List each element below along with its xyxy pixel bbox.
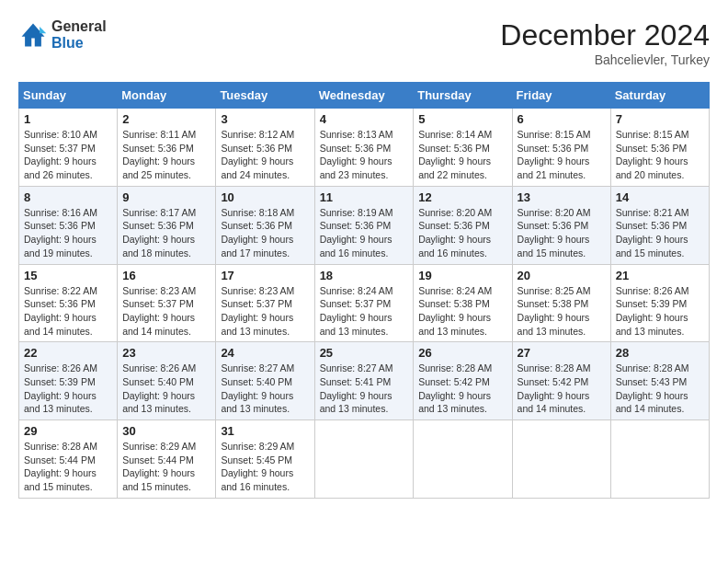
day-info: Sunrise: 8:28 AMSunset: 5:42 PMDaylight:…: [518, 362, 606, 416]
day-info: Sunrise: 8:23 AMSunset: 5:37 PMDaylight:…: [122, 284, 210, 339]
day-cell: 16Sunrise: 8:23 AMSunset: 5:37 PMDayligh…: [118, 264, 216, 342]
day-number: 4: [320, 112, 409, 126]
day-info: Sunrise: 8:19 AMSunset: 5:36 PMDaylight:…: [320, 206, 409, 260]
day-cell: 5Sunrise: 8:14 AMSunset: 5:36 PMDaylight…: [414, 109, 512, 187]
day-cell: [512, 420, 610, 499]
day-info: Sunrise: 8:11 AMSunset: 5:36 PMDaylight:…: [122, 128, 210, 182]
calendar-table: SundayMondayTuesdayWednesdayThursdayFrid…: [18, 82, 710, 499]
week-row-2: 8Sunrise: 8:16 AMSunset: 5:36 PMDaylight…: [19, 186, 710, 264]
day-number: 30: [122, 424, 210, 438]
location: Bahcelievler, Turkey: [500, 52, 710, 67]
day-info: Sunrise: 8:24 AMSunset: 5:38 PMDaylight:…: [418, 284, 506, 339]
day-number: 29: [24, 424, 112, 438]
day-info: Sunrise: 8:26 AMSunset: 5:39 PMDaylight:…: [24, 362, 112, 416]
day-cell: [414, 420, 512, 499]
page-header: General Blue December 2024 Bahcelievler,…: [18, 18, 710, 67]
logo-general: General: [51, 18, 107, 34]
weekday-header-row: SundayMondayTuesdayWednesdayThursdayFrid…: [19, 83, 710, 109]
day-number: 22: [24, 346, 112, 360]
day-info: Sunrise: 8:24 AMSunset: 5:37 PMDaylight:…: [320, 284, 409, 339]
day-info: Sunrise: 8:28 AMSunset: 5:42 PMDaylight:…: [418, 362, 506, 416]
day-number: 8: [24, 190, 112, 204]
day-cell: 19Sunrise: 8:24 AMSunset: 5:38 PMDayligh…: [414, 264, 512, 342]
day-number: 16: [122, 269, 210, 282]
day-cell: 7Sunrise: 8:15 AMSunset: 5:36 PMDaylight…: [610, 109, 709, 187]
day-cell: 18Sunrise: 8:24 AMSunset: 5:37 PMDayligh…: [314, 264, 414, 342]
day-number: 9: [122, 190, 210, 204]
day-cell: 10Sunrise: 8:18 AMSunset: 5:36 PMDayligh…: [216, 186, 314, 264]
day-info: Sunrise: 8:20 AMSunset: 5:36 PMDaylight:…: [418, 206, 506, 260]
day-cell: 22Sunrise: 8:26 AMSunset: 5:39 PMDayligh…: [19, 342, 118, 420]
day-number: 1: [24, 112, 112, 126]
month-year: December 2024: [500, 18, 710, 52]
day-cell: 31Sunrise: 8:29 AMSunset: 5:45 PMDayligh…: [216, 420, 314, 499]
day-info: Sunrise: 8:28 AMSunset: 5:43 PMDaylight:…: [616, 362, 704, 416]
day-number: 5: [418, 112, 506, 126]
title-block: December 2024 Bahcelievler, Turkey: [500, 18, 710, 67]
weekday-header-thursday: Thursday: [414, 83, 512, 109]
week-row-3: 15Sunrise: 8:22 AMSunset: 5:36 PMDayligh…: [19, 264, 710, 342]
day-cell: 27Sunrise: 8:28 AMSunset: 5:42 PMDayligh…: [512, 342, 610, 420]
day-cell: 4Sunrise: 8:13 AMSunset: 5:36 PMDaylight…: [314, 109, 414, 187]
weekday-header-wednesday: Wednesday: [314, 83, 414, 109]
day-number: 20: [518, 269, 606, 282]
day-cell: 20Sunrise: 8:25 AMSunset: 5:38 PMDayligh…: [512, 264, 610, 342]
week-row-5: 29Sunrise: 8:28 AMSunset: 5:44 PMDayligh…: [19, 420, 710, 499]
day-number: 25: [320, 346, 409, 360]
day-cell: 26Sunrise: 8:28 AMSunset: 5:42 PMDayligh…: [414, 342, 512, 420]
day-cell: 25Sunrise: 8:27 AMSunset: 5:41 PMDayligh…: [314, 342, 414, 420]
logo: General Blue: [18, 18, 107, 51]
day-info: Sunrise: 8:20 AMSunset: 5:36 PMDaylight:…: [518, 206, 606, 260]
day-number: 13: [518, 190, 606, 204]
day-cell: 13Sunrise: 8:20 AMSunset: 5:36 PMDayligh…: [512, 186, 610, 264]
day-number: 11: [320, 190, 409, 204]
day-number: 27: [518, 346, 606, 360]
day-cell: 23Sunrise: 8:26 AMSunset: 5:40 PMDayligh…: [118, 342, 216, 420]
day-cell: [314, 420, 414, 499]
day-cell: 28Sunrise: 8:28 AMSunset: 5:43 PMDayligh…: [610, 342, 709, 420]
day-info: Sunrise: 8:26 AMSunset: 5:40 PMDaylight:…: [122, 362, 210, 416]
day-info: Sunrise: 8:10 AMSunset: 5:37 PMDaylight:…: [24, 128, 112, 182]
day-number: 15: [24, 269, 112, 282]
day-cell: 24Sunrise: 8:27 AMSunset: 5:40 PMDayligh…: [216, 342, 314, 420]
week-row-1: 1Sunrise: 8:10 AMSunset: 5:37 PMDaylight…: [19, 109, 710, 187]
day-info: Sunrise: 8:23 AMSunset: 5:37 PMDaylight:…: [221, 284, 309, 339]
day-number: 6: [518, 112, 606, 126]
day-cell: 9Sunrise: 8:17 AMSunset: 5:36 PMDaylight…: [118, 186, 216, 264]
day-number: 7: [616, 112, 704, 126]
day-number: 10: [221, 190, 309, 204]
day-number: 31: [221, 424, 309, 438]
svg-marker-1: [40, 27, 46, 33]
day-cell: 30Sunrise: 8:29 AMSunset: 5:44 PMDayligh…: [118, 420, 216, 499]
day-cell: 8Sunrise: 8:16 AMSunset: 5:36 PMDaylight…: [19, 186, 118, 264]
day-cell: 15Sunrise: 8:22 AMSunset: 5:36 PMDayligh…: [19, 264, 118, 342]
day-info: Sunrise: 8:27 AMSunset: 5:40 PMDaylight:…: [221, 362, 309, 416]
day-info: Sunrise: 8:12 AMSunset: 5:36 PMDaylight:…: [221, 128, 309, 182]
day-info: Sunrise: 8:28 AMSunset: 5:44 PMDaylight:…: [24, 440, 112, 494]
svg-marker-0: [22, 23, 45, 46]
day-cell: 14Sunrise: 8:21 AMSunset: 5:36 PMDayligh…: [610, 186, 709, 264]
day-info: Sunrise: 8:21 AMSunset: 5:36 PMDaylight:…: [616, 206, 704, 260]
day-cell: 1Sunrise: 8:10 AMSunset: 5:37 PMDaylight…: [19, 109, 118, 187]
day-cell: 21Sunrise: 8:26 AMSunset: 5:39 PMDayligh…: [610, 264, 709, 342]
day-number: 18: [320, 269, 409, 282]
day-info: Sunrise: 8:16 AMSunset: 5:36 PMDaylight:…: [24, 206, 112, 260]
day-info: Sunrise: 8:13 AMSunset: 5:36 PMDaylight:…: [320, 128, 409, 182]
day-number: 23: [122, 346, 210, 360]
day-number: 14: [616, 190, 704, 204]
weekday-header-monday: Monday: [118, 83, 216, 109]
day-info: Sunrise: 8:15 AMSunset: 5:36 PMDaylight:…: [518, 128, 606, 182]
day-number: 12: [418, 190, 506, 204]
day-cell: 6Sunrise: 8:15 AMSunset: 5:36 PMDaylight…: [512, 109, 610, 187]
day-number: 28: [616, 346, 704, 360]
logo-blue: Blue: [51, 35, 84, 51]
weekday-header-sunday: Sunday: [19, 83, 118, 109]
day-info: Sunrise: 8:15 AMSunset: 5:36 PMDaylight:…: [616, 128, 704, 182]
weekday-header-friday: Friday: [512, 83, 610, 109]
day-number: 21: [616, 269, 704, 282]
day-number: 3: [221, 112, 309, 126]
day-info: Sunrise: 8:26 AMSunset: 5:39 PMDaylight:…: [616, 284, 704, 339]
day-info: Sunrise: 8:14 AMSunset: 5:36 PMDaylight:…: [418, 128, 506, 182]
day-cell: 3Sunrise: 8:12 AMSunset: 5:36 PMDaylight…: [216, 109, 314, 187]
day-number: 2: [122, 112, 210, 126]
